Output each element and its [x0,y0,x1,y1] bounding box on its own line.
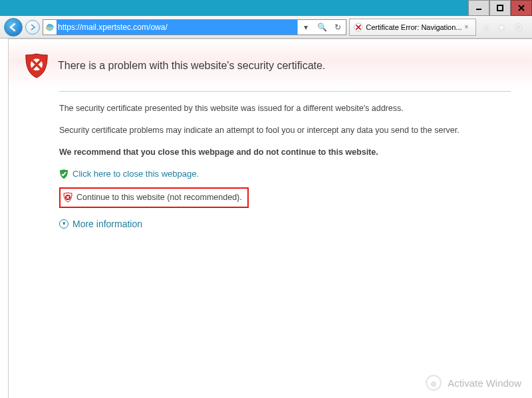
gear-icon[interactable]: ⚙ [514,22,523,33]
shield-error-icon [25,52,49,79]
activate-watermark: Activate Window [425,374,521,391]
favorites-icon[interactable]: ★ [497,22,506,33]
close-page-link[interactable]: Click here to close this webpage. [72,167,199,181]
ie-logo-icon [43,23,57,32]
browser-chrome: ▾ 🔍 ↻ Certificate Error: Navigation... ×… [0,16,532,39]
close-page-row: Click here to close this webpage. [59,167,511,181]
continue-link[interactable]: Continue to this website (not recommende… [76,191,242,204]
browser-tab[interactable]: Certificate Error: Navigation... × [349,19,475,36]
maximize-button[interactable] [489,0,511,16]
more-info-row[interactable]: ▾ More information [59,217,511,231]
home-icon[interactable]: ⌂ [484,22,489,33]
tab-close-icon[interactable]: × [465,23,471,31]
refresh-icon[interactable]: ↻ [330,20,346,35]
watermark-icon [425,374,442,391]
arrow-left-icon [9,23,18,32]
cert-error-icon [354,23,363,32]
dropdown-icon[interactable]: ▾ [298,20,314,35]
arrow-right-icon [29,24,36,31]
minimize-button[interactable] [468,0,489,16]
divider [59,91,511,92]
more-info-link[interactable]: More information [72,217,142,231]
search-icon[interactable]: 🔍 [314,20,330,35]
shield-ok-icon [59,169,68,179]
cert-msg-1: The security certificate presented by th… [59,102,511,115]
tab-title: Certificate Error: Navigation... [366,23,462,31]
close-button[interactable] [511,0,532,16]
toolbar-right: ⌂ ★ ⚙ [479,22,528,33]
shield-warn-icon [63,192,72,203]
forward-button[interactable] [25,20,40,35]
chevron-down-icon: ▾ [59,219,68,229]
address-tools: ▾ 🔍 ↻ [297,20,346,35]
page-content: There is a problem with this website's s… [8,39,532,398]
address-bar: ▾ 🔍 ↻ [43,19,346,35]
svg-rect-1 [497,5,503,11]
continue-highlight: Continue to this website (not recommende… [59,187,249,208]
url-input[interactable] [57,20,297,35]
cert-recommend: We recommend that you close this webpage… [59,146,511,159]
back-button[interactable] [4,18,23,37]
svg-point-10 [431,381,437,387]
cert-msg-2: Security certificate problems may indica… [59,124,511,137]
page-title: There is a problem with this website's s… [58,60,325,72]
window-titlebar [0,0,532,16]
